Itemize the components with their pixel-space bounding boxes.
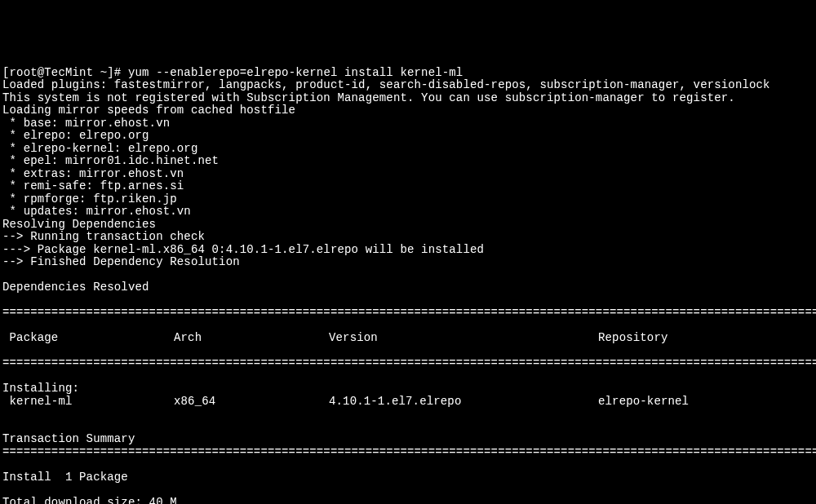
user-host: root@TecMint (10, 66, 94, 79)
divider-double: ========================================… (2, 307, 814, 320)
command-text: yum --enablerepo=elrepo-kernel install k… (128, 66, 463, 79)
plugins-line: Loaded plugins: fastestmirror, langpacks… (2, 78, 770, 91)
cell-version: 4.10.1-1.el7.elrepo (329, 396, 598, 409)
transaction-summary-label: Transaction Summary (2, 432, 135, 445)
table-header: PackageArchVersionRepository (2, 332, 814, 345)
registration-line: This system is not registered with Subsc… (2, 91, 735, 104)
deps-resolved-line: Dependencies Resolved (2, 281, 149, 294)
header-arch: Arch (174, 332, 329, 345)
transaction-check-line: --> Running transaction check (2, 230, 205, 243)
divider-double: ========================================… (2, 357, 814, 370)
cell-package: kernel-ml (2, 396, 174, 409)
mirror-line: * remi-safe: ftp.arnes.si (2, 179, 184, 192)
mirror-line: * rpmforge: ftp.riken.jp (2, 192, 177, 206)
divider-double: ========================================… (2, 446, 814, 459)
install-count-line: Install 1 Package (2, 471, 128, 484)
table-row: kernel-mlx86_644.10.1-1.el7.elrepoelrepo… (2, 396, 814, 409)
header-repository: Repository (598, 332, 814, 345)
shell-prompt[interactable]: [root@TecMint ~]# yum --enablerepo=elrep… (2, 66, 463, 79)
mirror-line: * base: mirror.ehost.vn (2, 117, 170, 130)
mirror-line: * epel: mirror01.idc.hinet.net (2, 154, 219, 167)
header-package: Package (2, 332, 174, 345)
package-install-line: ---> Package kernel-ml.x86_64 0:4.10.1-1… (2, 243, 484, 256)
mirror-line: * elrepo: elrepo.org (2, 129, 149, 142)
finished-line: --> Finished Dependency Resolution (2, 255, 240, 268)
terminal-output: [root@TecMint ~]# yum --enablerepo=elrep… (2, 54, 814, 504)
mirror-loading-line: Loading mirror speeds from cached hostfi… (2, 104, 295, 117)
download-size-line: Total download size: 40 M (2, 496, 177, 505)
installing-label: Installing: (2, 382, 79, 395)
cell-repository: elrepo-kernel (598, 396, 814, 409)
cell-arch: x86_64 (174, 396, 329, 409)
mirror-line: * elrepo-kernel: elrepo.org (2, 142, 197, 155)
prompt-path: ~ (93, 66, 107, 79)
header-version: Version (329, 332, 598, 345)
bracket-close: ]# (107, 66, 128, 79)
resolving-line: Resolving Dependencies (2, 218, 156, 231)
bracket-open: [ (2, 66, 10, 79)
mirror-line: * updates: mirror.ehost.vn (2, 205, 191, 218)
mirror-line: * extras: mirror.ehost.vn (2, 167, 184, 180)
